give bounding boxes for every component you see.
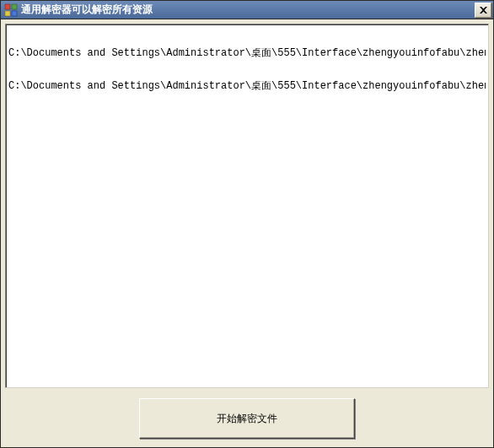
output-line: C:\Documents and Settings\Administrator\… — [8, 48, 486, 59]
app-window: 通用解密器可以解密所有资源 C:\Documents and Settings\… — [0, 0, 494, 448]
window-title: 通用解密器可以解密所有资源 — [21, 3, 475, 17]
titlebar[interactable]: 通用解密器可以解密所有资源 — [1, 1, 493, 19]
svg-rect-2 — [12, 4, 17, 9]
svg-rect-3 — [12, 11, 17, 16]
svg-rect-1 — [5, 11, 10, 16]
svg-rect-0 — [5, 4, 10, 9]
output-textarea[interactable]: C:\Documents and Settings\Administrator\… — [5, 24, 489, 388]
decrypt-button[interactable]: 开始解密文件 — [139, 398, 355, 439]
button-area: 开始解密文件 — [5, 388, 489, 442]
close-button[interactable] — [475, 3, 491, 18]
client-area: C:\Documents and Settings\Administrator\… — [1, 19, 493, 447]
app-icon — [4, 3, 18, 17]
output-line: C:\Documents and Settings\Administrator\… — [8, 81, 486, 92]
close-icon — [480, 7, 487, 13]
decrypt-button-label: 开始解密文件 — [217, 412, 277, 426]
